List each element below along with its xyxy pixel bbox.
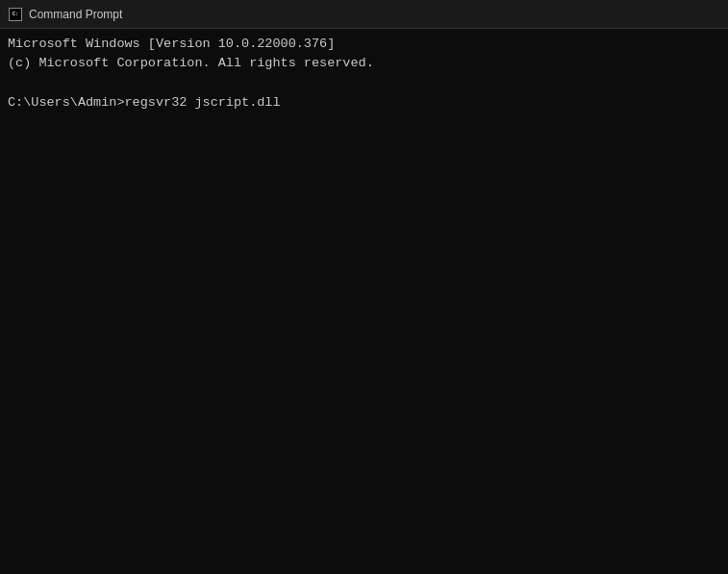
empty-line	[8, 74, 720, 93]
cmd-icon-graphic	[9, 8, 22, 21]
cmd-app-icon	[8, 7, 23, 22]
prompt-line: C:\Users\Admin>regsvr32 jscript.dll	[8, 93, 720, 112]
version-line: Microsoft Windows [Version 10.0.22000.37…	[8, 35, 720, 54]
terminal-body[interactable]: Microsoft Windows [Version 10.0.22000.37…	[0, 29, 728, 574]
title-bar-label: Command Prompt	[29, 8, 122, 21]
copyright-line: (c) Microsoft Corporation. All rights re…	[8, 54, 720, 73]
title-bar: Command Prompt	[0, 0, 728, 29]
command-prompt-window: Command Prompt Microsoft Windows [Versio…	[0, 0, 728, 574]
